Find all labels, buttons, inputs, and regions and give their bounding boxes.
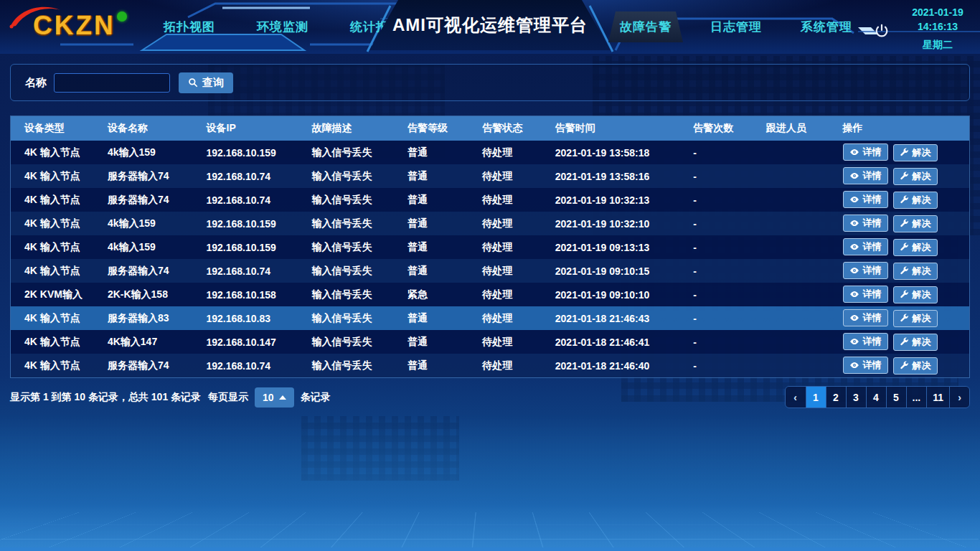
resolve-button[interactable]: 解决 [893, 239, 938, 256]
resolve-button[interactable]: 解决 [893, 263, 938, 280]
cell-device_type: 4K 输入节点 [11, 306, 102, 330]
cell-follower [760, 354, 837, 377]
pagination-next[interactable]: › [949, 387, 969, 408]
wrench-icon [900, 148, 909, 157]
wrench-icon [900, 242, 909, 252]
pagination-page-11[interactable]: 11 [926, 387, 949, 408]
table-row[interactable]: 4K 输入节点服务器输入74192.168.10.74输入信号丢失普通待处理20… [11, 259, 969, 283]
table-footer: 显示第 1 到第 10 条记录，总共 101 条记录 每页显示 10 条记录 ‹… [10, 386, 970, 408]
cell-device_name: 服务器输入74 [102, 354, 201, 377]
detail-button[interactable]: 详情 [843, 333, 888, 350]
resolve-button[interactable]: 解决 [893, 168, 938, 185]
column-header-5: 告警状态 [476, 116, 550, 141]
cell-device_name: 2K-K输入158 [102, 283, 201, 306]
cell-actions: 详情解决 [837, 164, 969, 188]
pagination-prev[interactable]: ‹ [786, 387, 806, 408]
detail-button[interactable]: 详情 [843, 215, 888, 232]
cell-level: 普通 [402, 354, 476, 377]
cell-level: 紧急 [402, 283, 476, 306]
resolve-button[interactable]: 解决 [893, 357, 938, 375]
query-button-label: 查询 [202, 76, 224, 90]
cell-actions: 详情解决 [837, 235, 969, 259]
cell-time: 2021-01-18 21:46:43 [550, 306, 687, 330]
detail-button[interactable]: 详情 [843, 309, 888, 326]
nav-right: 故障告警日志管理系统管理 [608, 0, 864, 54]
cell-count: - [687, 283, 760, 306]
detail-button[interactable]: 详情 [843, 167, 888, 184]
pagination-page-1[interactable]: 1 [806, 387, 826, 408]
resolve-button-label: 解决 [913, 171, 931, 182]
page-size-dropdown[interactable]: 10 [255, 387, 294, 408]
column-header-4: 告警等级 [402, 116, 476, 141]
resolve-button-label: 解决 [913, 218, 931, 230]
cell-ip: 192.168.10.74 [201, 164, 306, 188]
pagination-page-3[interactable]: 3 [846, 387, 866, 408]
resolve-button[interactable]: 解决 [893, 144, 938, 161]
nav-item-right-1[interactable]: 日志管理 [699, 11, 773, 42]
nav-item-left-0[interactable]: 拓扑视图 [152, 11, 227, 42]
cell-level: 普通 [402, 306, 476, 330]
cell-time: 2021-01-18 21:46:41 [550, 330, 687, 354]
detail-button[interactable]: 详情 [843, 238, 888, 255]
resolve-button[interactable]: 解决 [893, 310, 938, 327]
resolve-button[interactable]: 解决 [893, 192, 938, 209]
cell-device_name: 4k输入159 [102, 235, 201, 259]
query-button[interactable]: 查询 [179, 72, 233, 93]
resolve-button[interactable]: 解决 [893, 215, 938, 232]
cell-time: 2021-01-19 09:10:10 [550, 283, 687, 306]
cell-device_name: 4k输入159 [102, 212, 201, 235]
cell-follower [760, 283, 837, 306]
cell-follower [760, 164, 837, 188]
alarm-table: 设备类型设备名称设备IP故障描述告警等级告警状态告警时间告警次数跟进人员操作 4… [11, 116, 969, 377]
pagination-ellipsis[interactable]: ... [906, 387, 927, 408]
name-search-input[interactable] [54, 73, 170, 93]
table-row[interactable]: 2K KVM输入2K-K输入158192.168.10.158输入信号丢失紧急待… [11, 283, 969, 306]
wrench-icon [900, 219, 909, 228]
table-row[interactable]: 4K 输入节点4k输入159192.168.10.159输入信号丢失普通待处理2… [11, 235, 969, 259]
table-row[interactable]: 4K 输入节点服务器输入83192.168.10.83输入信号丢失普通待处理20… [11, 306, 969, 330]
table-row[interactable]: 4K 输入节点4k输入159192.168.10.159输入信号丢失普通待处理2… [11, 212, 969, 235]
pagination-page-5[interactable]: 5 [886, 387, 906, 408]
detail-button-label: 详情 [863, 217, 882, 229]
resolve-button[interactable]: 解决 [893, 286, 938, 303]
cell-count: - [687, 212, 760, 235]
cell-device_type: 4K 输入节点 [11, 188, 102, 212]
detail-button-label: 详情 [863, 336, 882, 347]
pagination-page-2[interactable]: 2 [826, 387, 846, 408]
pagination-page-4[interactable]: 4 [866, 387, 886, 408]
cell-device_name: 服务器输入74 [102, 188, 201, 212]
detail-button[interactable]: 详情 [843, 191, 888, 208]
table-row[interactable]: 4K 输入节点4K输入147192.168.10.147输入信号丢失普通待处理2… [11, 330, 969, 354]
power-button[interactable] [874, 23, 890, 42]
eye-icon [849, 313, 859, 323]
cell-fault: 输入信号丢失 [306, 306, 402, 330]
nav-item-right-0[interactable]: 故障告警 [608, 11, 683, 42]
cell-ip: 192.168.10.74 [201, 354, 306, 377]
cell-time: 2021-01-19 09:10:15 [550, 259, 687, 283]
detail-button[interactable]: 详情 [843, 143, 888, 161]
column-header-3: 故障描述 [306, 116, 402, 141]
detail-button[interactable]: 详情 [843, 357, 888, 374]
table-row[interactable]: 4K 输入节点服务器输入74192.168.10.74输入信号丢失普通待处理20… [11, 164, 969, 188]
cell-device_type: 4K 输入节点 [11, 164, 102, 188]
pagination: ‹12345...11› [785, 386, 970, 408]
cell-device_type: 4K 输入节点 [11, 141, 102, 164]
cell-actions: 详情解决 [837, 354, 969, 377]
table-row[interactable]: 4K 输入节点服务器输入74192.168.10.74输入信号丢失普通待处理20… [11, 354, 969, 377]
nav-item-left-1[interactable]: 环境监测 [245, 11, 320, 42]
cell-count: - [687, 330, 760, 354]
cell-status: 待处理 [476, 141, 550, 164]
per-page-suffix: 条记录 [301, 391, 331, 404]
detail-button-label: 详情 [863, 265, 882, 276]
cell-actions: 详情解决 [837, 306, 969, 330]
detail-button[interactable]: 详情 [843, 286, 888, 303]
resolve-button[interactable]: 解决 [893, 334, 938, 351]
eye-icon [849, 336, 859, 347]
table-row[interactable]: 4K 输入节点服务器输入74192.168.10.74输入信号丢失普通待处理20… [11, 188, 969, 212]
detail-button[interactable]: 详情 [843, 262, 888, 279]
table-row[interactable]: 4K 输入节点4k输入159192.168.10.159输入信号丢失普通待处理2… [11, 141, 969, 164]
cell-fault: 输入信号丢失 [306, 283, 402, 306]
detail-button-label: 详情 [863, 312, 882, 324]
cell-follower [760, 212, 837, 235]
nav-item-right-2[interactable]: 系统管理 [789, 11, 864, 42]
